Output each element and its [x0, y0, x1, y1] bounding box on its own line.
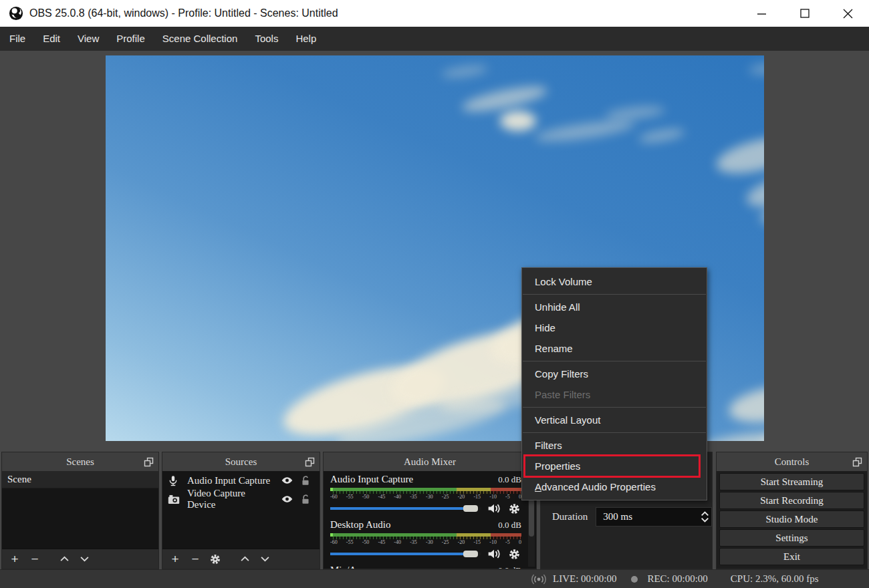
channel-settings-gear-button[interactable] [507, 547, 521, 561]
scale-label: -30 [426, 539, 433, 546]
channel-settings-gear-button[interactable] [507, 501, 521, 516]
context-menu-item-lock-volume[interactable]: Lock Volume [522, 271, 707, 292]
scale-label: -45 [378, 494, 385, 500]
remove-source-button[interactable]: − [187, 551, 204, 568]
settings-button[interactable]: Settings [719, 529, 864, 547]
context-menu-item-vertical-layout[interactable]: Vertical Layout [522, 410, 707, 430]
scale-label: -15 [473, 539, 481, 546]
duration-decrement-button[interactable] [701, 517, 709, 523]
duration-spinbox[interactable]: 300 ms [596, 507, 712, 527]
scenes-panel-title: Scenes [2, 456, 158, 468]
minimize-button[interactable] [741, 0, 783, 27]
menu-separator [523, 432, 706, 433]
visibility-eye-icon[interactable] [281, 474, 295, 487]
scale-label: -55 [346, 494, 354, 500]
move-scene-up-button[interactable] [55, 551, 73, 568]
scene-list-item[interactable]: Scene [2, 471, 158, 488]
cloud-shape [604, 104, 665, 122]
mixer-channel-db: 0.0 dB [498, 474, 521, 485]
sources-panel-title: Sources [162, 456, 320, 468]
obs-window: OBS 25.0.8 (64-bit, windows) - Profile: … [0, 0, 869, 588]
exit-button[interactable]: Exit [719, 548, 864, 565]
panel-float-icon[interactable] [852, 456, 862, 467]
context-menu-item-properties[interactable]: Properties [522, 456, 707, 476]
menu-tools[interactable]: Tools [246, 27, 287, 51]
move-source-up-button[interactable] [236, 551, 253, 568]
source-label: Video Capture Device [187, 488, 275, 510]
context-menu-item-filters[interactable]: Filters [522, 435, 707, 456]
slider-handle[interactable] [463, 505, 478, 512]
slider-fill [330, 553, 466, 555]
cloud-shape [534, 117, 636, 146]
microphone-icon [168, 474, 181, 487]
remove-scene-button[interactable]: − [26, 551, 43, 568]
cpu-stats: CPU: 2.3%, 60.00 fps [731, 573, 819, 585]
menu-scene-collection[interactable]: Scene Collection [154, 27, 247, 51]
source-properties-gear-button[interactable] [207, 551, 224, 568]
scenes-panel: Scenes Scene + − [1, 452, 159, 569]
duration-value: 300 ms [596, 511, 632, 523]
scale-label: -20 [458, 539, 465, 546]
volume-meter-ticks [330, 537, 521, 539]
menu-separator [523, 294, 706, 295]
scale-label: -10 [489, 539, 497, 546]
mixer-channel-audio-input-capture: Audio Input Capture0.0 dB-60-55-50-45-40… [330, 474, 521, 519]
source-row-audio-input-capture[interactable]: Audio Input Capture [162, 471, 320, 490]
unlock-icon[interactable] [301, 474, 314, 487]
scale-label: -60 [330, 494, 338, 500]
move-scene-down-button[interactable] [76, 551, 93, 568]
title-bar: OBS 25.0.8 (64-bit, windows) - Profile: … [0, 0, 869, 27]
context-menu-item-paste-filters[interactable]: Paste Filters [522, 384, 707, 405]
sources-panel-header: Sources [162, 452, 320, 471]
scale-label: -55 [346, 539, 354, 546]
sources-list: Audio Input CaptureVideo Capture Device [162, 471, 320, 508]
menu-view[interactable]: View [69, 27, 108, 51]
slider-handle[interactable] [463, 551, 478, 557]
close-button[interactable] [826, 0, 869, 27]
mixer-scrollbar-thumb[interactable] [529, 499, 534, 537]
controls-panel: Controls Start StreamingStart RecordingS… [716, 452, 868, 569]
studio-mode-button[interactable]: Studio Mode [719, 510, 864, 528]
unlock-icon[interactable] [301, 492, 314, 506]
scale-label: -50 [362, 539, 370, 546]
menu-profile[interactable]: Profile [108, 27, 154, 51]
menu-file[interactable]: File [1, 27, 34, 51]
rec-dot-icon [631, 576, 638, 583]
scale-label: -60 [330, 539, 338, 546]
scale-label: -15 [473, 494, 481, 500]
mixer-channel-header: Mic/Aux0.0 dB [330, 565, 521, 569]
start-streaming-button[interactable]: Start Streaming [719, 473, 864, 490]
audio-mixer-panel: Audio Mixer Audio Input Capture0.0 dB-60… [323, 452, 537, 569]
volume-slider[interactable] [330, 500, 481, 517]
audio-mixer-header: Audio Mixer [324, 452, 536, 471]
panel-float-icon[interactable] [304, 456, 315, 467]
volume-slider[interactable] [330, 546, 481, 562]
mute-speaker-button[interactable] [487, 501, 501, 516]
add-source-button[interactable]: + [166, 551, 184, 568]
mute-speaker-button[interactable] [487, 547, 501, 561]
cloud-shape [748, 61, 764, 76]
source-row-video-capture-device[interactable]: Video Capture Device [162, 490, 320, 508]
scale-label: -30 [426, 494, 433, 500]
menu-separator [523, 361, 706, 361]
main-area [0, 51, 869, 452]
live-timer: LIVE: 00:00:00 [553, 573, 616, 585]
panel-float-icon[interactable] [143, 456, 154, 467]
start-recording-button[interactable]: Start Recording [719, 492, 864, 509]
menu-bar: FileEditViewProfileScene CollectionTools… [0, 27, 869, 51]
mixer-channel-name: Mic/Aux [330, 565, 366, 569]
context-menu-item-unhide-all[interactable]: Unhide All [522, 297, 707, 317]
move-source-down-button[interactable] [256, 551, 273, 568]
context-menu-item-rename[interactable]: Rename [522, 338, 707, 359]
context-menu-item-hide[interactable]: Hide [522, 317, 707, 338]
mixer-channel-header: Audio Input Capture0.0 dB [330, 474, 521, 487]
context-menu-item-copy-filters[interactable]: Copy Filters [522, 363, 707, 384]
context-menu-item-advanced-audio-properties[interactable]: Advanced Audio Properties [522, 476, 707, 497]
menu-help[interactable]: Help [287, 27, 325, 51]
duration-increment-button[interactable] [701, 511, 709, 517]
maximize-button[interactable] [783, 0, 826, 27]
visibility-eye-icon[interactable] [281, 492, 295, 506]
mixer-channel-name: Desktop Audio [330, 519, 390, 531]
menu-edit[interactable]: Edit [34, 27, 69, 51]
add-scene-button[interactable]: + [6, 551, 23, 568]
